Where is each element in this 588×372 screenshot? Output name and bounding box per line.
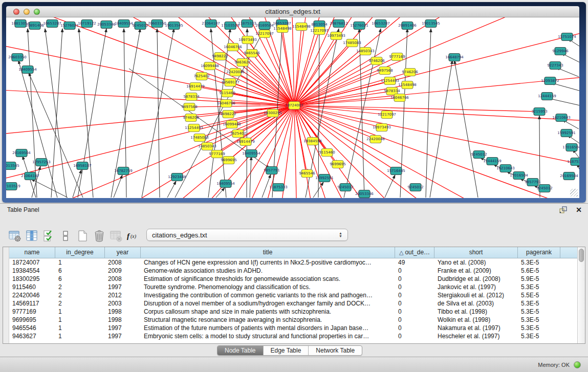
table-cell[interactable]: de Silva et al. (2003) (434, 299, 518, 308)
table-cell[interactable]: 49 (395, 258, 434, 267)
graph-node[interactable]: 15276021 (350, 22, 368, 30)
graph-node[interactable]: 12923448 (168, 173, 186, 181)
graph-node[interactable]: 5878334 (183, 93, 200, 101)
function-builder-icon[interactable]: f (x) (125, 228, 141, 244)
table-row[interactable]: 977716911998Corpus callosum shape and si… (9, 308, 577, 316)
table-cell[interactable]: 0 (395, 275, 434, 283)
table-cell[interactable]: Estimation of the future numbers of pati… (141, 324, 395, 332)
table-row[interactable]: 1830029562008Estimation of significance … (9, 275, 577, 283)
graph-node[interactable]: 17485083 (343, 39, 361, 47)
graph-node[interactable]: 20603350 (8, 54, 27, 61)
column-header-year[interactable]: year (105, 247, 141, 258)
graph-node[interactable]: 9497568 (181, 103, 197, 111)
table-cell[interactable]: 5.5E-5 (518, 291, 560, 299)
graph-node[interactable]: 20053346 (355, 190, 374, 198)
table-cell[interactable]: 5.3E-5 (518, 316, 560, 324)
table-cell[interactable]: 0 (395, 291, 434, 299)
table-cell[interactable]: 5.9E-5 (518, 275, 560, 283)
graph-node[interactable]: 20169504 (12, 149, 31, 157)
table-cell[interactable]: 1 (55, 316, 105, 324)
graph-node[interactable]: 16046766 (224, 43, 242, 51)
resize-grip-icon[interactable] (570, 189, 578, 196)
column-header-title[interactable]: title (141, 247, 395, 258)
graph-node[interactable]: 15276021 (60, 22, 79, 30)
graph-node[interactable]: 9746206 (183, 114, 199, 122)
new-column-icon[interactable] (75, 228, 90, 244)
table-row[interactable]: 946362711997Embryonic stem cells: a mode… (9, 332, 577, 340)
graph-node[interactable]: 7625402 (193, 73, 209, 80)
graph-node[interactable]: 10653287 (43, 20, 61, 28)
table-cell[interactable]: Wolkin et al. (1998) (434, 316, 518, 324)
tab-network-table[interactable]: Network Table (308, 346, 362, 355)
graph-node[interactable]: 20169504 (255, 22, 274, 30)
table-cell[interactable]: 6 (55, 267, 105, 275)
graph-node[interactable]: 15992591 (315, 174, 334, 182)
graph-node[interactable]: 11548498 (292, 23, 311, 31)
graph-node[interactable]: 16210643 (496, 165, 515, 172)
graph-node[interactable]: 10653287 (372, 20, 390, 28)
table-cell[interactable]: Nakamura et al. (1997) (434, 324, 518, 332)
table-cell[interactable]: 2008 (105, 275, 141, 283)
table-cell[interactable]: Genome-wide association studies in ADHD. (141, 267, 395, 275)
table-cell[interactable]: 5.3E-5 (518, 283, 560, 291)
table-cell[interactable]: 18724007 (9, 258, 55, 267)
table-row[interactable]: 1938455462009Genome-wide association stu… (9, 267, 577, 275)
float-panel-icon[interactable] (559, 206, 568, 213)
table-cell[interactable]: 2 (55, 291, 105, 299)
table-cell[interactable]: Investigating the contribution of common… (141, 291, 395, 299)
graph-node[interactable]: 9115460 (219, 90, 235, 97)
graph-node[interactable]: 12217097 (310, 27, 329, 35)
table-row[interactable]: 969969511998Structural magnetic resonanc… (9, 316, 577, 324)
table-cell[interactable]: Stergiakouli et al. (2012) (434, 291, 518, 299)
graph-node[interactable]: 9463627 (234, 59, 250, 67)
table-cell[interactable]: 5.3E-5 (518, 299, 560, 308)
table-cell[interactable]: 9463627 (9, 332, 55, 340)
delete-column-icon[interactable] (92, 228, 107, 244)
table-cell[interactable]: 0 (395, 283, 434, 291)
table-cell[interactable]: Disruption of a novel member of a sodium… (141, 299, 395, 308)
table-cell[interactable]: Tourette syndrome. Phenomenology and cla… (141, 283, 395, 291)
graph-node[interactable]: 12444159 (538, 93, 556, 100)
table-cell[interactable]: 1997 (105, 324, 141, 332)
table-cell[interactable]: 0 (395, 267, 434, 275)
table-row[interactable]: 911546021997Tourette syndrome. Phenomeno… (9, 283, 577, 291)
graph-node[interactable]: 15716485 (387, 167, 405, 175)
column-header-short[interactable]: short (434, 247, 518, 258)
table-cell[interactable]: 2003 (105, 299, 141, 308)
graph-node[interactable]: 9777169 (389, 53, 405, 61)
table-cell[interactable]: 0 (395, 324, 434, 332)
network-canvas[interactable]: 1881305420891406106532871527602110719122… (6, 17, 579, 198)
table-cell[interactable]: Jankovic et al. (1997) (434, 283, 518, 291)
table-cell[interactable]: 18300295 (9, 275, 55, 283)
graph-node[interactable]: 9699695 (330, 161, 345, 168)
column-header-out_de[interactable]: △out_de… (395, 247, 434, 258)
graph-node[interactable]: 9245012 (536, 185, 552, 192)
graph-node[interactable]: 12217097 (378, 111, 396, 119)
graph-node[interactable]: 9699695 (221, 157, 236, 164)
table-cell[interactable]: 1998 (105, 308, 141, 316)
graph-node[interactable]: 9497568 (377, 67, 393, 75)
table-cell[interactable]: Structural magnetic resonance image aver… (141, 316, 395, 324)
row-height-icon[interactable] (58, 228, 73, 244)
graph-node[interactable]: 9245012 (132, 22, 148, 30)
column-header-name[interactable]: name (9, 247, 55, 258)
graph-node[interactable]: 11548498 (398, 81, 417, 89)
delete-table-icon[interactable] (108, 228, 124, 244)
table-settings-icon[interactable] (7, 228, 23, 244)
table-cell[interactable]: 5.3E-5 (518, 324, 560, 332)
table-cell[interactable]: 14569117 (9, 299, 55, 308)
graph-node[interactable]: 9115460 (319, 149, 335, 157)
memory-status-indicator[interactable] (574, 361, 581, 368)
table-cell[interactable]: 1997 (105, 332, 141, 340)
table-cell[interactable]: Hescheler et al. (1997) (434, 332, 518, 340)
graph-node[interactable]: 9746206 (402, 69, 418, 76)
table-cell[interactable]: Corpus callosum shape and size in male p… (141, 308, 395, 316)
graph-node[interactable]: 9857791 (264, 167, 279, 174)
graph-node[interactable]: 19013545 (165, 22, 183, 30)
table-row[interactable]: 1456911722003Disruption of a novel membe… (9, 299, 577, 308)
graph-node[interactable]: 9777169 (209, 150, 225, 158)
graph-node[interactable]: 16210643 (552, 114, 571, 122)
graph-node[interactable]: 9129946 (552, 48, 569, 55)
graph-node[interactable]: 17016504 (562, 144, 579, 151)
graph-node[interactable]: 17485083 (190, 134, 209, 142)
